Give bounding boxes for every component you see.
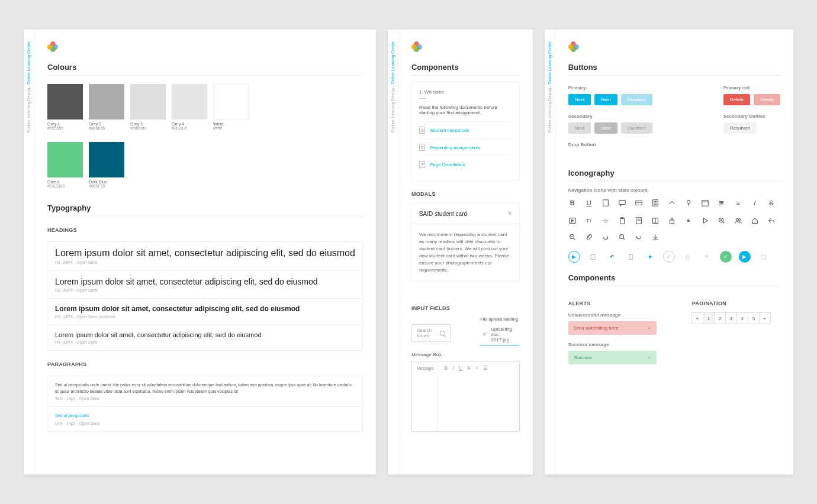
intro-text: Read the following documents before star… [419,105,512,115]
link-icon: ⚭ [684,217,693,225]
panel-sidebar: Further Learning Design - Online Learnin… [545,30,555,474]
message-box[interactable]: Message B I U S ≡ ≣ [411,361,520,432]
error-alert-label: Unsuccessful message [568,312,657,318]
sidebar-label: Further Learning Design - Online Learnin… [548,41,552,133]
svg-rect-34 [591,254,595,259]
lock-icon [668,217,676,225]
svg-point-25 [736,219,738,221]
heading-sample: Lorem ipsum dolor sit amet, consectetur … [55,331,355,338]
document-link[interactable]: Presenting assignments [419,138,512,156]
list-icon [651,199,660,207]
alert-close-icon[interactable]: × [648,355,651,360]
headings-subheading: HEADINGS [47,227,363,233]
svg-rect-36 [686,256,690,259]
svg-rect-2 [635,201,642,205]
list-numbered-icon[interactable]: ≣ [483,365,488,428]
page-item[interactable]: 4 [736,312,748,324]
clipboard-icon [618,217,626,225]
zoom-in-icon [718,217,726,225]
star-state-icon[interactable]: ★ [644,251,656,263]
panel-sidebar: Further Learning Design - Online Learnin… [24,30,34,474]
paragraph-meta: Text - 14px - Open Sans [55,396,355,400]
lock-state-icon [682,251,694,263]
document-link[interactable]: Student Handbook [419,121,512,138]
link-sample[interactable]: Sed ut perspiciatis [55,413,89,418]
page-item[interactable]: 3 [725,312,737,324]
disabled-secondary-button: Disabled [621,122,652,134]
colour-swatch: Grey 2#ababab [89,84,124,130]
reply-state-icon[interactable]: ↶ [606,251,618,263]
paragraphs-subheading: PARAGRAPHS [47,361,363,367]
document-link[interactable]: Page Orientation [419,156,512,173]
file-upload[interactable]: × Uploading doc-2017.jpg [480,324,519,346]
upload-label: File upload loading [480,317,519,321]
next-secondary-hover[interactable]: Next [594,122,617,134]
error-alert: Error submitting form × [568,321,657,335]
paragraph-sample: Sed ut perspiciatis unde omnis iste natu… [55,382,355,395]
secondary-outline-label: Secondary Outline [723,114,780,119]
redo-icon [602,233,610,241]
step-label: 1. Welcome [419,89,512,95]
error-text: Error submitting form [574,325,619,331]
svg-rect-10 [702,201,708,206]
resubmit-button[interactable]: Resubmit [723,122,757,134]
check-outline-icon[interactable]: ✓ [663,251,675,263]
next-button[interactable]: Next [568,94,591,105]
panel-colours-typography: Further Learning Design - Online Learnin… [24,30,376,474]
play-solid-icon[interactable]: ▶ [739,251,751,263]
search-icon [440,331,445,336]
modals-subheading: MODALS [411,191,520,197]
italic-icon[interactable]: I [452,365,454,428]
svg-rect-19 [670,220,674,223]
alert-close-icon[interactable]: × [648,325,651,331]
underline-icon[interactable]: U [459,365,463,428]
secondary-label: Secondary [568,114,652,119]
page-item[interactable]: 2 [714,312,726,324]
heading-meta: H1 -24PX - Open Sans [55,260,355,264]
link-meta: Link - 14px - Open Sans [55,421,355,425]
notes-icon [635,217,643,225]
play-outline-icon[interactable]: ▶ [568,251,580,263]
heading-meta: H2 -20PX - Open Sans [55,288,355,292]
bold-icon[interactable]: B [444,365,448,428]
panel-components-inputs: Further Learning Design - Online Learnin… [388,30,533,474]
panel-sidebar: Further Learning Design - Online Learnin… [388,30,398,474]
users-state-icon [701,251,713,263]
headings-list: Lorem ipsum dolor sit amet, consectetur … [47,241,363,351]
next-button-hover[interactable]: Next [594,94,617,105]
page-item[interactable]: 5 [748,312,760,324]
colours-heading: Colours [47,63,363,76]
delete-disabled-button: Delete [754,94,780,105]
modal-close-icon[interactable]: × [508,209,512,218]
upload-filename: Uploading doc-2017.jpg [491,327,517,343]
next-secondary-button[interactable]: Next [568,122,591,134]
delete-button[interactable]: Delete [723,94,750,105]
image-state-icon [758,251,770,263]
swatch-grid: Grey 1#555555Grey 2#abababGrey 3#ddddddG… [47,84,363,188]
document-icon [419,127,425,134]
file-state-icon [625,251,637,263]
page-item[interactable]: » [759,312,771,324]
page-item[interactable]: « [691,312,703,324]
bold-icon: B [568,199,577,207]
svg-rect-39 [761,255,766,259]
svg-rect-0 [603,200,608,206]
modal-title: BAID student card [419,211,467,217]
page-item[interactable]: 1 [703,312,715,324]
editor-toolbar[interactable]: B I U S ≡ ≣ [438,361,519,431]
svg-marker-20 [703,218,707,224]
search-input[interactable]: Search forum [411,324,451,342]
upload-cancel-icon[interactable]: × [483,331,486,338]
zoom-out-icon [568,233,577,241]
text-size-icon: TT [585,217,593,225]
components-heading: Components [411,63,520,76]
pagination: «12345» [692,312,780,324]
colour-swatch: Grey 4#2b2e2f [172,84,207,130]
calendar-icon [701,199,709,207]
strike-icon[interactable]: S [467,365,470,428]
messagebox-label: Message Box [411,352,520,357]
heading-meta: H4 -12PX - Open Sans [55,340,355,344]
svg-line-22 [722,222,724,224]
list-icon[interactable]: ≡ [475,365,478,428]
doc-state-icon [587,251,599,263]
